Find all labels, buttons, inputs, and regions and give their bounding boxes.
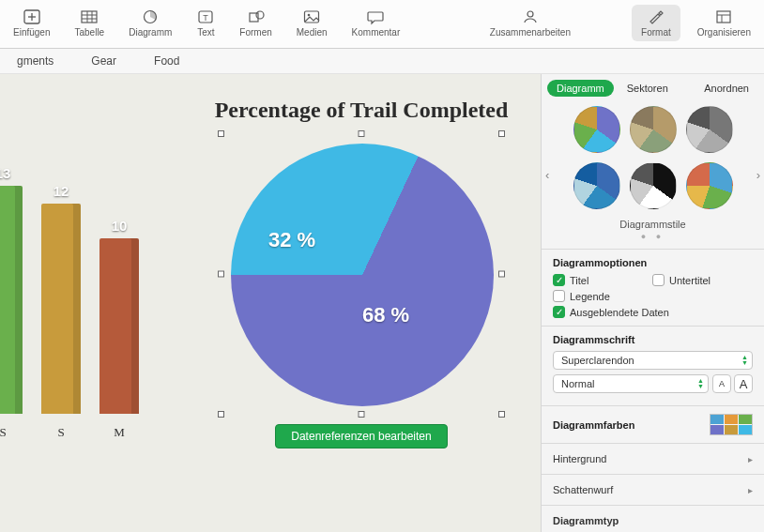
toolbar-comment[interactable]: Kommentar: [352, 8, 401, 38]
toolbar-insert[interactable]: Einfügen: [13, 8, 50, 38]
toolbar-table[interactable]: Tabelle: [74, 8, 104, 38]
stepper-icon: ▲▼: [741, 355, 748, 366]
bar-value-label: 12: [53, 183, 69, 199]
resize-handle[interactable]: [218, 130, 224, 137]
pie-chart-icon: [141, 8, 160, 25]
sheet-tab[interactable]: Gear: [91, 54, 116, 68]
bar-chart[interactable]: 13S12S10M: [0, 104, 152, 414]
svg-rect-3: [82, 11, 97, 23]
section-title: Diagrammoptionen: [553, 257, 753, 268]
edit-data-button[interactable]: Datenreferenzen bearbeiten: [275, 424, 447, 448]
tab-arrange[interactable]: Anordnen: [695, 80, 758, 97]
bar-category-label: S: [57, 425, 64, 440]
toolbar-label: Organisieren: [697, 27, 751, 38]
pie-slice-label: 32 %: [268, 228, 315, 252]
checkbox-title[interactable]: ✓Titel: [553, 274, 643, 286]
bar-value-label: 10: [112, 218, 128, 234]
chart-style-option[interactable]: [573, 162, 620, 209]
chart-font-section: Diagrammschrift Superclarendon ▲▼ Normal…: [542, 326, 764, 405]
plus-box-icon: [23, 8, 41, 25]
checkbox-icon: ✓: [553, 306, 565, 318]
pie-chart[interactable]: [231, 144, 494, 406]
bar[interactable]: 10M: [99, 238, 139, 414]
checkbox-subtitle[interactable]: Untertitel: [652, 274, 742, 286]
font-family-select[interactable]: Superclarendon ▲▼: [553, 351, 753, 370]
section-title: Diagrammschrift: [553, 334, 753, 345]
disclosure-shadow[interactable]: Schattenwurf▸: [542, 474, 764, 505]
toolbar-organize[interactable]: Organisieren: [697, 8, 751, 38]
chart-style-option[interactable]: [686, 106, 733, 153]
pie-slice-label: 68 %: [362, 303, 409, 327]
canvas[interactable]: 13S12S10M Percentage of Trail Completed …: [0, 74, 541, 532]
toolbar-label: Text: [197, 27, 214, 38]
bar[interactable]: 13S: [0, 186, 23, 414]
sheet-tab[interactable]: gments: [17, 54, 53, 68]
toolbar-media[interactable]: Medien: [297, 8, 328, 38]
chart-title: Percentage of Trail Completed: [206, 97, 516, 124]
chart-styles-panel: ‹ › Diagrammstile ● ●: [542, 100, 764, 249]
font-larger-button[interactable]: A: [734, 374, 753, 393]
svg-rect-13: [305, 11, 319, 23]
resize-handle[interactable]: [359, 130, 365, 137]
chart-style-option[interactable]: [630, 106, 677, 153]
toolbar-label: Formen: [239, 27, 271, 38]
sheet-tab[interactable]: Food: [154, 54, 179, 68]
table-icon: [80, 8, 99, 25]
format-inspector: Diagramm Sektoren Anordnen ‹ › Diagramms…: [541, 74, 764, 532]
bar-value-label: 13: [0, 165, 10, 181]
chart-style-option[interactable]: [686, 162, 733, 209]
toolbar-label: Kommentar: [352, 27, 401, 38]
bar[interactable]: 12S: [41, 204, 81, 414]
font-weight-select[interactable]: Normal ▲▼: [553, 374, 709, 393]
checkbox-hidden-data[interactable]: ✓Ausgeblendete Daten: [553, 306, 669, 318]
tab-sectors[interactable]: Sektoren: [618, 80, 678, 97]
styles-caption: Diagrammstile: [553, 219, 753, 230]
toolbar-label: Diagramm: [129, 27, 172, 38]
chart-options-section: Diagrammoptionen ✓Titel Untertitel Legen…: [542, 249, 764, 326]
font-smaller-button[interactable]: A: [712, 374, 731, 393]
toolbar-label: Tabelle: [74, 27, 104, 38]
sheet-tabs: gments Gear Food: [0, 49, 764, 74]
selection-bounds[interactable]: 32 % 68 %: [221, 133, 502, 415]
checkbox-legend[interactable]: Legende: [553, 290, 643, 302]
disclosure-background[interactable]: Hintergrund▸: [542, 443, 764, 474]
toolbar-collaborate[interactable]: Zusammenarbeiten: [490, 8, 571, 38]
resize-handle[interactable]: [498, 270, 505, 277]
chart-style-option[interactable]: [573, 106, 620, 153]
shapes-icon: [247, 8, 266, 25]
chevron-left-icon[interactable]: ‹: [545, 168, 549, 182]
resize-handle[interactable]: [498, 130, 505, 137]
paintbrush-icon: [647, 8, 665, 25]
checkbox-icon: [652, 274, 665, 286]
toolbar-shapes[interactable]: Formen: [239, 8, 271, 38]
pie-chart-group: Percentage of Trail Completed 32 % 68 % …: [206, 97, 516, 448]
checkbox-icon: [553, 290, 565, 302]
toolbar-text[interactable]: T Text: [196, 8, 215, 38]
inspector-tabs: Diagramm Sektoren Anordnen: [542, 74, 764, 100]
resize-handle[interactable]: [218, 411, 224, 418]
disclosure-chart-type[interactable]: Diagrammtyp: [542, 505, 764, 532]
image-icon: [302, 8, 321, 25]
bar-category-label: M: [114, 425, 125, 440]
collaborate-icon: [521, 8, 540, 25]
stepper-icon: ▲▼: [697, 378, 704, 389]
color-picker-button[interactable]: [710, 414, 753, 435]
toolbar-chart[interactable]: Diagramm: [129, 8, 172, 38]
svg-point-12: [256, 11, 264, 19]
comment-icon: [366, 8, 385, 25]
resize-handle[interactable]: [218, 270, 224, 277]
page-dots[interactable]: ● ●: [553, 232, 753, 241]
organize-icon: [714, 8, 733, 25]
text-icon: T: [196, 8, 215, 25]
tab-diagram[interactable]: Diagramm: [547, 80, 614, 97]
chevron-right-icon[interactable]: ›: [756, 168, 760, 182]
toolbar-format[interactable]: Format: [632, 5, 680, 41]
resize-handle[interactable]: [359, 411, 365, 418]
chevron-right-icon: ▸: [748, 485, 753, 495]
resize-handle[interactable]: [498, 411, 505, 418]
main-toolbar: Einfügen Tabelle Diagramm T Text Formen …: [0, 0, 764, 49]
checkbox-icon: ✓: [553, 274, 565, 286]
svg-text:T: T: [204, 13, 209, 23]
bar-category-label: S: [0, 425, 7, 440]
chart-style-option[interactable]: [630, 162, 677, 209]
